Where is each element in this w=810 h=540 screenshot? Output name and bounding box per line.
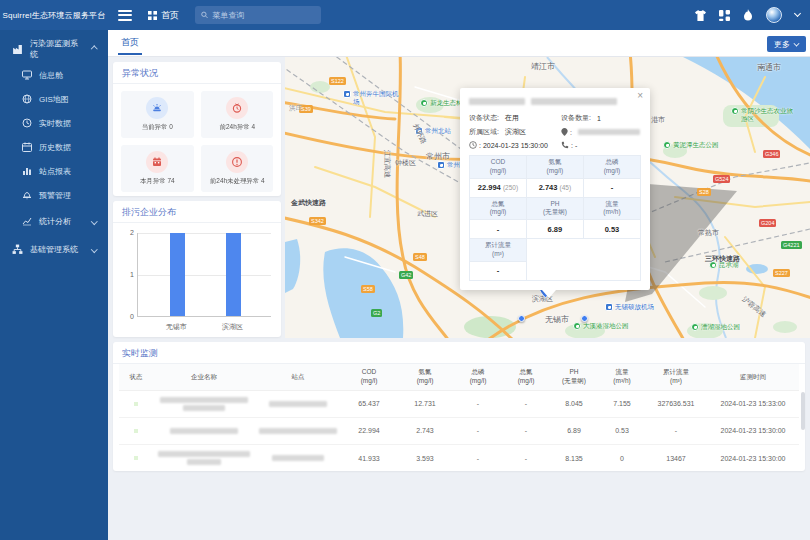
info-window-arrow xyxy=(542,290,556,298)
search-input[interactable] xyxy=(212,11,315,20)
more-button[interactable]: 更多 xyxy=(767,36,806,52)
clock-icon xyxy=(469,141,477,149)
leaf-icon xyxy=(420,99,428,107)
app-root: Squirrel生态环境云服务平台 首页 污染源监测系 xyxy=(0,0,810,540)
sidebar-item-pollution-system[interactable]: 污染源监测系统 xyxy=(0,35,108,63)
route-badge: S28 xyxy=(697,188,711,196)
calendar-alert-icon xyxy=(146,151,168,173)
panel-title: 异常状况 xyxy=(113,62,281,84)
flame-icon[interactable] xyxy=(743,9,753,21)
map-marker-small[interactable] xyxy=(518,315,525,322)
sidebar-item-statistics[interactable]: 统计分析 xyxy=(0,207,108,235)
map-info-window: × 设备状态: 在用 设备数量: 1 所属区域: 滨湖区 : : 2024 xyxy=(460,88,650,290)
location-pin-icon xyxy=(561,128,568,136)
sidebar-item-station-report[interactable]: 站点报表 xyxy=(0,159,108,183)
map-label: 常州市 xyxy=(426,151,450,162)
poi-airport[interactable]: 常州奔牛国际机场 xyxy=(343,90,401,106)
close-icon[interactable]: × xyxy=(637,91,643,101)
status-card-month[interactable]: 本月异常 74 xyxy=(121,145,194,192)
tabbar: 首页 更多 xyxy=(108,30,810,57)
map-label: 洪庄 xyxy=(289,104,302,113)
sidebar-item-alert-management[interactable]: 预警管理 xyxy=(0,183,108,207)
avatar[interactable] xyxy=(766,7,782,23)
bar-wuxi[interactable] xyxy=(170,233,185,316)
topbar-actions xyxy=(695,7,800,23)
chart-plot-area: 2 1 0 xyxy=(137,233,271,317)
poi-park[interactable]: 漕湖湿地公园 xyxy=(691,323,740,331)
route-badge: G346 xyxy=(763,150,780,158)
siren-icon xyxy=(146,97,168,119)
status-cards: 当前异常 0 前24h异常 4 本月异常 74 xyxy=(113,84,281,199)
status-card-24h[interactable]: 前24h异常 4 xyxy=(201,91,274,138)
layout-icon[interactable] xyxy=(719,10,730,21)
map-label: 常熟市 xyxy=(698,228,719,238)
chevron-down-icon xyxy=(91,246,97,252)
table-row[interactable]: 22.994 2.743 - - 6.89 0.53 - 2024-01-23 … xyxy=(119,417,799,444)
map-label: 武进区 xyxy=(417,209,438,219)
warning-circle-icon xyxy=(226,151,248,173)
status-card-unhandled[interactable]: 前24h未处理异常 4 xyxy=(201,145,274,192)
chevron-down-icon xyxy=(91,218,97,224)
map[interactable]: 靖江市 南通市 常州市 钟楼区 武进区 无锡市 滨湖区 常熟市 港市 金武快速路… xyxy=(285,57,810,338)
chevron-up-icon xyxy=(91,46,97,52)
table-row[interactable]: 65.437 12.731 - - 8.045 7.155 327636.531… xyxy=(119,390,799,417)
sidebar: 污染源监测系统 信息舱 GIS地图 实时数据 历史数据 站点报表 预警管理 xyxy=(0,30,108,540)
company-name-redacted xyxy=(153,444,255,471)
menu-toggle-icon[interactable] xyxy=(118,7,132,23)
map-label: 三环快速路 xyxy=(705,254,740,264)
poi-park[interactable]: 黄泥潭生态公园 xyxy=(663,141,719,149)
map-label: 钟楼区 xyxy=(395,158,416,168)
popup-title-redacted xyxy=(469,98,641,105)
search-box[interactable] xyxy=(195,6,321,24)
bar-chart: 2 1 0 无锡市 滨湖区 xyxy=(137,225,271,333)
panel-title: 实时监测 xyxy=(113,342,805,364)
sidebar-item-history-data[interactable]: 历史数据 xyxy=(0,135,108,159)
monitor-icon xyxy=(22,70,32,80)
y-tick: 1 xyxy=(122,271,134,278)
poi-park[interactable]: 常阴沙生态农业旅游区 xyxy=(731,107,799,123)
table-scrollbar[interactable] xyxy=(801,392,805,430)
route-badge: S227 xyxy=(773,269,790,277)
sidebar-item-base-system[interactable]: 基础管理系统 xyxy=(0,235,108,263)
realtime-monitoring-panel: 实时监测 状态 企业名称 站点 COD(mg/l) 氨氮( xyxy=(113,342,805,471)
tab-home[interactable]: 首页 xyxy=(121,30,139,55)
map-marker-small[interactable] xyxy=(581,315,588,322)
sitemap-icon xyxy=(12,244,23,255)
poi-airport[interactable]: 无锡硕放机场 xyxy=(605,303,654,311)
plane-icon xyxy=(343,90,351,98)
map-label: 无锡市 xyxy=(545,314,569,325)
plane-icon xyxy=(605,303,613,311)
status-card-current[interactable]: 当前异常 0 xyxy=(121,91,194,138)
alarm-clock-icon xyxy=(226,97,248,119)
train-icon xyxy=(437,161,445,169)
poi-park[interactable]: 大溪港湿地公园 xyxy=(573,322,629,330)
main-content: 异常状况 当前异常 0 前24h异常 4 xyxy=(108,57,810,540)
leaf-icon xyxy=(663,141,671,149)
clock-icon xyxy=(22,118,32,128)
user-menu-chevron-icon[interactable] xyxy=(794,10,801,17)
sidebar-item-info-cabin[interactable]: 信息舱 xyxy=(0,63,108,87)
table-header-row: 状态 企业名称 站点 COD(mg/l) 氨氮(mg/l) 总磷(mg/l) 总… xyxy=(119,364,799,390)
theme-shirt-icon[interactable] xyxy=(695,10,706,21)
route-badge: G4221 xyxy=(781,241,802,249)
breadcrumb[interactable]: 首页 xyxy=(148,9,179,22)
poi-park[interactable]: 新龙生态林 xyxy=(420,99,463,107)
calendar-icon xyxy=(22,142,32,152)
route-badge: G2 xyxy=(371,309,382,317)
leaf-icon xyxy=(691,323,699,331)
table-row[interactable]: 41.933 3.593 - - 8.135 0 13467 2024-01-2… xyxy=(119,444,799,471)
sidebar-item-gis-map[interactable]: GIS地图 xyxy=(0,87,108,111)
sidebar-item-realtime-data[interactable]: 实时数据 xyxy=(0,111,108,135)
home-grid-icon xyxy=(148,11,157,20)
panel-title: 排污企业分布 xyxy=(113,201,281,223)
route-badge: S342 xyxy=(309,217,326,225)
bar-binhu[interactable] xyxy=(226,233,241,316)
map-label: 江宜高速 xyxy=(382,150,392,178)
topbar: Squirrel生态环境云服务平台 首页 xyxy=(0,0,810,30)
route-badge: G204 xyxy=(759,219,776,227)
phone-icon xyxy=(561,141,569,149)
stats-icon xyxy=(22,216,32,226)
station-redacted xyxy=(255,444,341,471)
chevron-down-icon xyxy=(793,40,799,46)
route-badge: S48 xyxy=(413,253,427,261)
